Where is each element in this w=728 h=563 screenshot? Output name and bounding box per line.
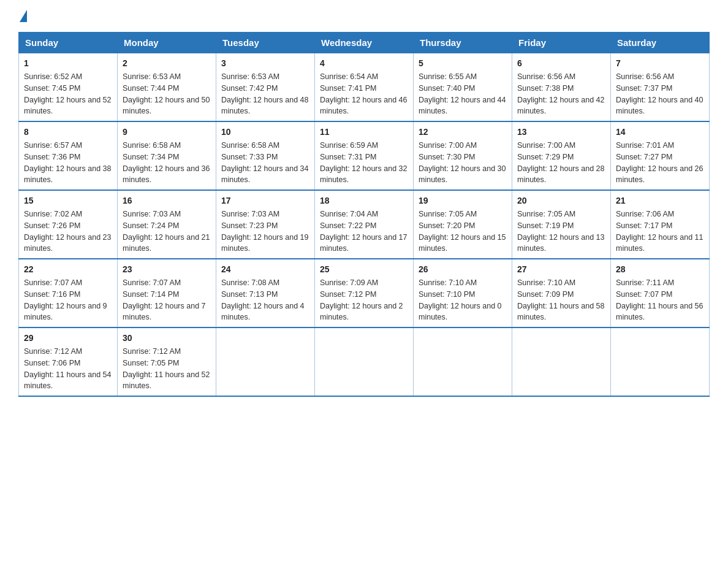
logo-triangle-icon: [20, 10, 27, 22]
sunset-text: Sunset: 7:27 PM: [616, 153, 672, 161]
daylight-text: Daylight: 12 hours and 17 minutes.: [320, 233, 407, 253]
sunrise-text: Sunrise: 7:08 AM: [221, 278, 279, 287]
daylight-text: Daylight: 12 hours and 28 minutes.: [517, 164, 604, 185]
sunset-text: Sunset: 7:29 PM: [517, 153, 574, 161]
sunset-text: Sunset: 7:13 PM: [221, 290, 278, 299]
calendar-cell: 2Sunrise: 6:53 AMSunset: 7:44 PMDaylight…: [118, 53, 216, 122]
day-number: 28: [616, 263, 704, 276]
sunset-text: Sunset: 7:06 PM: [24, 359, 80, 367]
logo: [18, 12, 27, 22]
daylight-text: Daylight: 12 hours and 11 minutes.: [616, 233, 703, 253]
calendar-cell: 12Sunrise: 7:00 AMSunset: 7:30 PMDayligh…: [414, 121, 512, 190]
daylight-text: Daylight: 12 hours and 26 minutes.: [616, 164, 703, 185]
sunset-text: Sunset: 7:30 PM: [419, 153, 475, 161]
calendar-cell: [315, 327, 414, 396]
sunrise-text: Sunrise: 7:04 AM: [320, 210, 378, 218]
daylight-text: Daylight: 12 hours and 42 minutes.: [517, 96, 604, 116]
daylight-text: Daylight: 11 hours and 58 minutes.: [517, 302, 604, 322]
day-number: 6: [517, 57, 605, 70]
daylight-text: Daylight: 12 hours and 46 minutes.: [320, 96, 407, 116]
daylight-text: Daylight: 11 hours and 52 minutes.: [123, 370, 210, 391]
sunset-text: Sunset: 7:07 PM: [616, 290, 672, 299]
sunrise-text: Sunrise: 7:11 AM: [616, 278, 674, 287]
calendar-cell: 11Sunrise: 6:59 AMSunset: 7:31 PMDayligh…: [315, 121, 414, 190]
day-number: 11: [320, 126, 408, 139]
sunrise-text: Sunrise: 7:05 AM: [517, 210, 575, 218]
day-number: 19: [419, 194, 507, 207]
calendar-cell: 10Sunrise: 6:58 AMSunset: 7:33 PMDayligh…: [216, 121, 315, 190]
calendar-cell: [611, 327, 710, 396]
daylight-text: Daylight: 12 hours and 40 minutes.: [616, 96, 703, 116]
calendar-table: SundayMondayTuesdayWednesdayThursdayFrid…: [18, 32, 710, 397]
day-number: 16: [123, 194, 211, 207]
column-header-sunday: Sunday: [19, 33, 118, 53]
calendar-cell: 6Sunrise: 6:56 AMSunset: 7:38 PMDaylight…: [512, 53, 611, 122]
sunrise-text: Sunrise: 6:52 AM: [24, 72, 82, 81]
daylight-text: Daylight: 12 hours and 19 minutes.: [221, 233, 308, 253]
calendar-cell: 17Sunrise: 7:03 AMSunset: 7:23 PMDayligh…: [216, 190, 315, 259]
daylight-text: Daylight: 12 hours and 44 minutes.: [419, 96, 506, 116]
column-header-saturday: Saturday: [611, 33, 710, 53]
calendar-cell: 1Sunrise: 6:52 AMSunset: 7:45 PMDaylight…: [19, 53, 118, 122]
calendar-cell: [512, 327, 611, 396]
sunset-text: Sunset: 7:38 PM: [517, 84, 574, 93]
daylight-text: Daylight: 11 hours and 56 minutes.: [616, 302, 703, 322]
calendar-cell: 3Sunrise: 6:53 AMSunset: 7:42 PMDaylight…: [216, 53, 315, 122]
daylight-text: Daylight: 12 hours and 2 minutes.: [320, 302, 403, 322]
calendar-week-row: 1Sunrise: 6:52 AMSunset: 7:45 PMDaylight…: [19, 53, 710, 122]
calendar-cell: 15Sunrise: 7:02 AMSunset: 7:26 PMDayligh…: [19, 190, 118, 259]
calendar-cell: 16Sunrise: 7:03 AMSunset: 7:24 PMDayligh…: [118, 190, 216, 259]
sunset-text: Sunset: 7:12 PM: [320, 290, 376, 299]
day-number: 12: [419, 126, 507, 139]
calendar-cell: 8Sunrise: 6:57 AMSunset: 7:36 PMDaylight…: [19, 121, 118, 190]
daylight-text: Daylight: 12 hours and 50 minutes.: [123, 96, 210, 116]
day-number: 4: [320, 57, 408, 70]
day-number: 17: [221, 194, 309, 207]
daylight-text: Daylight: 12 hours and 15 minutes.: [419, 233, 506, 253]
daylight-text: Daylight: 12 hours and 36 minutes.: [123, 164, 210, 185]
column-header-friday: Friday: [512, 33, 611, 53]
sunrise-text: Sunrise: 7:12 AM: [123, 347, 181, 356]
day-number: 9: [123, 126, 211, 139]
sunset-text: Sunset: 7:33 PM: [221, 153, 278, 161]
sunset-text: Sunset: 7:16 PM: [24, 290, 80, 299]
sunrise-text: Sunrise: 7:03 AM: [123, 210, 181, 218]
day-number: 1: [24, 57, 112, 70]
daylight-text: Daylight: 12 hours and 9 minutes.: [24, 302, 107, 322]
sunset-text: Sunset: 7:31 PM: [320, 153, 376, 161]
sunrise-text: Sunrise: 7:00 AM: [517, 141, 575, 150]
sunset-text: Sunset: 7:22 PM: [320, 221, 376, 230]
sunrise-text: Sunrise: 7:01 AM: [616, 141, 674, 150]
sunrise-text: Sunrise: 6:55 AM: [419, 72, 477, 81]
daylight-text: Daylight: 12 hours and 30 minutes.: [419, 164, 506, 185]
daylight-text: Daylight: 12 hours and 38 minutes.: [24, 164, 111, 185]
sunrise-text: Sunrise: 6:53 AM: [221, 72, 279, 81]
calendar-cell: 24Sunrise: 7:08 AMSunset: 7:13 PMDayligh…: [216, 259, 315, 327]
sunrise-text: Sunrise: 6:58 AM: [123, 141, 181, 150]
sunrise-text: Sunrise: 6:56 AM: [616, 72, 674, 81]
calendar-header-row: SundayMondayTuesdayWednesdayThursdayFrid…: [19, 33, 710, 53]
sunset-text: Sunset: 7:19 PM: [517, 221, 574, 230]
day-number: 2: [123, 57, 211, 70]
day-number: 13: [517, 126, 605, 139]
sunset-text: Sunset: 7:36 PM: [24, 153, 80, 161]
calendar-cell: 21Sunrise: 7:06 AMSunset: 7:17 PMDayligh…: [611, 190, 710, 259]
daylight-text: Daylight: 11 hours and 54 minutes.: [24, 370, 111, 391]
calendar-cell: 19Sunrise: 7:05 AMSunset: 7:20 PMDayligh…: [414, 190, 512, 259]
day-number: 22: [24, 263, 112, 276]
day-number: 30: [123, 332, 211, 345]
sunset-text: Sunset: 7:10 PM: [419, 290, 475, 299]
sunset-text: Sunset: 7:45 PM: [24, 84, 80, 93]
calendar-cell: 13Sunrise: 7:00 AMSunset: 7:29 PMDayligh…: [512, 121, 611, 190]
day-number: 23: [123, 263, 211, 276]
calendar-cell: 23Sunrise: 7:07 AMSunset: 7:14 PMDayligh…: [118, 259, 216, 327]
calendar-cell: 29Sunrise: 7:12 AMSunset: 7:06 PMDayligh…: [19, 327, 118, 396]
sunrise-text: Sunrise: 6:57 AM: [24, 141, 82, 150]
sunrise-text: Sunrise: 6:58 AM: [221, 141, 279, 150]
calendar-cell: 27Sunrise: 7:10 AMSunset: 7:09 PMDayligh…: [512, 259, 611, 327]
sunrise-text: Sunrise: 6:56 AM: [517, 72, 575, 81]
sunset-text: Sunset: 7:44 PM: [123, 84, 179, 93]
sunrise-text: Sunrise: 7:12 AM: [24, 347, 82, 356]
sunset-text: Sunset: 7:37 PM: [616, 84, 672, 93]
sunset-text: Sunset: 7:14 PM: [123, 290, 179, 299]
